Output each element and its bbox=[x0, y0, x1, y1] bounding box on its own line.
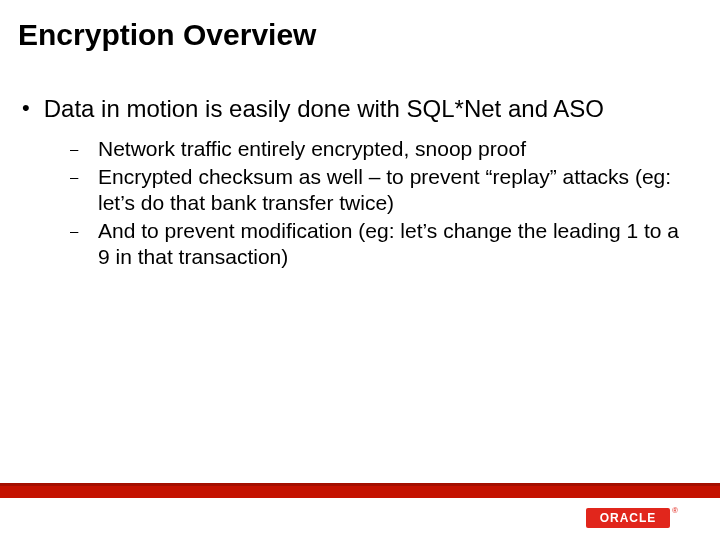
sub-bullets: – Network traffic entirely encrypted, sn… bbox=[70, 136, 680, 270]
slide-title: Encryption Overview bbox=[18, 18, 316, 52]
sub-bullet: – Encrypted checksum as well – to preven… bbox=[70, 164, 680, 216]
sub-bullet: – Network traffic entirely encrypted, sn… bbox=[70, 136, 680, 162]
sub-bullet-text: And to prevent modification (eg: let’s c… bbox=[98, 218, 680, 270]
sub-bullet-text: Network traffic entirely encrypted, snoo… bbox=[98, 136, 526, 162]
footer-bar bbox=[0, 486, 720, 498]
slide-body: • Data in motion is easily done with SQL… bbox=[22, 94, 680, 272]
bullet-level1: • Data in motion is easily done with SQL… bbox=[22, 94, 680, 124]
bullet-text: Data in motion is easily done with SQL*N… bbox=[44, 94, 604, 124]
dash-icon: – bbox=[70, 136, 80, 162]
dash-icon: – bbox=[70, 218, 80, 244]
registered-icon: ® bbox=[672, 506, 678, 515]
dash-icon: – bbox=[70, 164, 80, 190]
oracle-logo-text: ORACLE bbox=[586, 508, 670, 528]
sub-bullet-text: Encrypted checksum as well – to prevent … bbox=[98, 164, 680, 216]
bullet-dot-icon: • bbox=[22, 94, 30, 122]
slide: Encryption Overview • Data in motion is … bbox=[0, 0, 720, 540]
sub-bullet: – And to prevent modification (eg: let’s… bbox=[70, 218, 680, 270]
oracle-logo: ORACLE ® bbox=[586, 508, 696, 528]
